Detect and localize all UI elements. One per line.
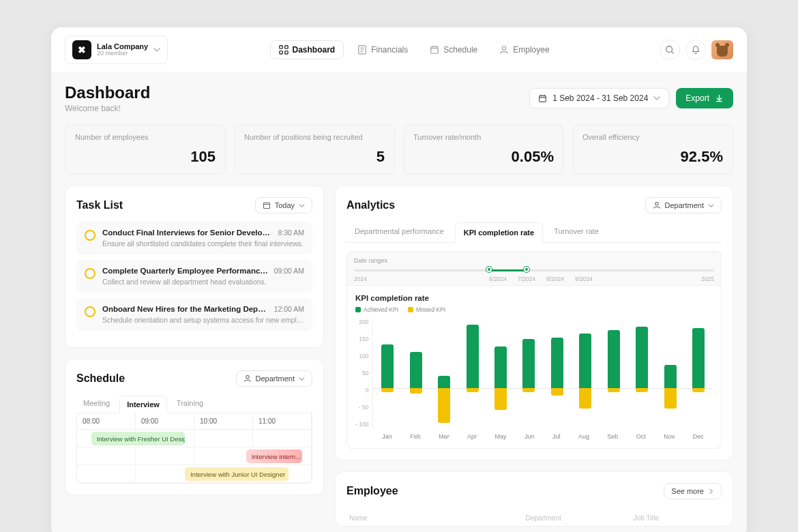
legend-item: Missed KPI <box>408 306 445 313</box>
schedule-filter[interactable]: Department <box>236 370 312 387</box>
range-handle-start[interactable] <box>486 267 492 272</box>
notifications-button[interactable] <box>685 40 706 60</box>
task-title: Conduct Final Interviews for Senior Deve… <box>102 228 272 237</box>
analytics-tab[interactable]: KPI completion rate <box>455 222 543 243</box>
bar-group <box>551 319 563 428</box>
task-item[interactable]: Complete Quarterly Employee Performance … <box>76 260 312 293</box>
export-button[interactable]: Export <box>676 88 733 108</box>
company-switcher[interactable]: ✖ Lala Company 20 member <box>65 35 168 64</box>
stat-value: 0.05% <box>413 148 554 166</box>
page-title: Dashboard <box>65 83 150 102</box>
schedule-event[interactable]: Interview with Junior UI Designer <box>185 467 288 481</box>
bar-missed <box>438 388 450 423</box>
schedule-tab[interactable]: Interview <box>119 396 167 413</box>
stat-value: 5 <box>244 148 385 166</box>
bar-achieved <box>636 327 648 389</box>
avatar[interactable] <box>711 40 733 59</box>
chevron-down-icon <box>708 203 714 209</box>
bar-missed <box>608 388 620 391</box>
schedule-row: Interview with Fresher UI Design... <box>77 430 312 447</box>
analytics-filter[interactable]: Department <box>645 197 722 213</box>
schedule-tab[interactable]: Meeting <box>76 395 117 413</box>
calendar-icon <box>263 201 271 209</box>
analytics-title: Analytics <box>346 199 395 211</box>
bar-missed <box>381 388 394 391</box>
bar-group <box>410 319 422 428</box>
bar-missed <box>551 388 563 396</box>
schedule-tab[interactable]: Training <box>170 395 210 413</box>
nav-dashboard[interactable]: Dashboard <box>270 40 344 59</box>
range-label: Date ranges <box>354 257 714 264</box>
task-status-circle-icon[interactable] <box>85 230 95 241</box>
range-tick: 8/2024 <box>546 276 564 282</box>
task-list-filter[interactable]: Today <box>255 197 312 213</box>
chevron-down-icon <box>299 203 305 209</box>
stat-turnover: Turnover rate/month 0.05% <box>403 124 564 175</box>
analytics-tab[interactable]: Turnover rate <box>546 222 607 242</box>
bar-missed <box>522 388 535 391</box>
analytics-tab[interactable]: Departmental performance <box>346 222 452 242</box>
range-tick-start: 2024 <box>354 276 367 282</box>
y-tick: - 100 <box>355 421 368 428</box>
schedule-grid: 08:0009:0010:0011:00 Interview with Fres… <box>76 413 312 484</box>
task-status-circle-icon[interactable] <box>85 268 95 279</box>
x-tick: Seb <box>607 433 618 440</box>
search-icon <box>665 45 675 55</box>
svg-rect-1 <box>284 46 287 48</box>
content-columns: Task List Today Conduct Final Interviews… <box>65 186 733 527</box>
y-tick: 0 <box>355 387 368 394</box>
schedule-card: Schedule Department MeetingInterviewTrai… <box>65 359 324 495</box>
bar-missed <box>579 388 591 408</box>
y-tick: 200 <box>355 319 368 325</box>
date-range-slider[interactable]: Date ranges 2024 6/20247/20248/20249/202… <box>346 251 722 286</box>
task-item[interactable]: Conduct Final Interviews for Senior Deve… <box>76 222 312 254</box>
nav-financials[interactable]: Financials <box>349 40 416 59</box>
employee-card: Employee See more Name Department Job Ti… <box>335 471 733 527</box>
task-items: Conduct Final Interviews for Senior Deve… <box>76 222 312 331</box>
stat-employees: Number of employees 105 <box>65 124 226 175</box>
y-tick: 50 <box>355 370 368 376</box>
bar-achieved <box>494 346 507 388</box>
legend-swatch-icon <box>355 307 361 312</box>
task-list-title: Task List <box>76 199 123 211</box>
see-more-button[interactable]: See more <box>664 483 722 499</box>
bar-group <box>579 319 591 428</box>
task-time: 8:30 AM <box>278 228 304 237</box>
schedule-event[interactable]: Interview with Fresher UI Design... <box>91 432 186 445</box>
bar-group <box>522 319 535 428</box>
stat-label: Number of employees <box>75 133 216 141</box>
x-tick: Jan <box>382 433 392 440</box>
date-range-picker[interactable]: 1 Seb 2024 - 31 Seb 2024 <box>529 88 669 108</box>
bar-group <box>494 319 507 428</box>
range-tick: 7/2024 <box>518 276 535 282</box>
search-button[interactable] <box>660 40 680 60</box>
chevron-down-icon <box>153 44 160 56</box>
stat-label: Overall efficiency <box>582 133 723 141</box>
schedule-event[interactable]: Interview intern... <box>246 449 303 463</box>
nav-schedule[interactable]: Schedule <box>422 40 486 59</box>
document-icon <box>357 45 367 55</box>
schedule-filter-label: Department <box>256 374 295 383</box>
task-item[interactable]: Onboard New Hires for the Marketing Depa… <box>76 298 312 331</box>
stats-row: Number of employees 105 Number of positi… <box>65 124 733 175</box>
employee-col-department: Department <box>525 514 627 522</box>
task-title: Complete Quarterly Employee Performance … <box>102 267 269 275</box>
x-tick: Mar <box>439 433 449 440</box>
chevron-right-icon <box>708 488 714 494</box>
export-label: Export <box>685 93 709 103</box>
stat-label: Turnover rate/month <box>413 133 554 141</box>
bar-achieved <box>522 339 535 388</box>
schedule-time-cell: 08:00 <box>77 413 136 430</box>
company-logo-icon: ✖ <box>72 40 91 59</box>
task-filter-label: Today <box>275 201 295 209</box>
x-tick: Jul <box>552 433 561 440</box>
nav-employee[interactable]: Employee <box>491 40 557 59</box>
schedule-row: Interview with Junior UI Designer <box>77 465 312 483</box>
x-tick: Apr <box>467 433 477 440</box>
employee-col-name: Name <box>349 514 520 522</box>
task-status-circle-icon[interactable] <box>85 306 95 317</box>
task-desc: Schedule orientation and setup systems a… <box>102 316 304 324</box>
range-handle-end[interactable] <box>524 267 529 272</box>
company-subtitle: 20 member <box>97 50 148 57</box>
nav-label: Employee <box>513 45 549 55</box>
